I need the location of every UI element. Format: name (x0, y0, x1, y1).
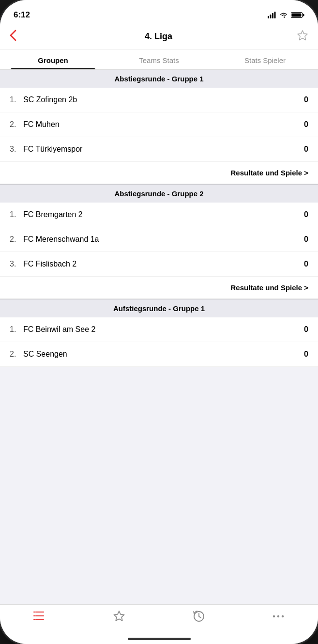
signal-icon (268, 12, 276, 18)
tab-teams-stats[interactable]: Teams Stats (106, 49, 212, 69)
status-time: 6:12 (14, 10, 30, 20)
table-row[interactable]: 2. FC Merenschwand 1a 0 (0, 227, 318, 252)
table-row[interactable]: 1. FC Beinwil am See 2 0 (0, 317, 318, 342)
svg-point-15 (277, 615, 279, 617)
table-row[interactable]: 3. FC Türkiyemspor 0 (0, 137, 318, 162)
bottom-tab-history[interactable] (159, 610, 239, 623)
bottom-tab-more[interactable] (239, 610, 318, 623)
group-abstieg-2: Abstiegsrunde - Gruppe 2 1. FC Bremgarte… (0, 185, 318, 299)
more-icon (272, 610, 285, 623)
svg-rect-1 (270, 15, 272, 18)
table-row[interactable]: 2. FC Muhen 0 (0, 112, 318, 137)
star-button[interactable] (297, 30, 308, 44)
history-icon (192, 610, 206, 623)
table-row[interactable]: 1. FC Bremgarten 2 0 (0, 203, 318, 227)
favorites-icon (112, 610, 126, 623)
tab-stats-spieler[interactable]: Stats Spieler (212, 49, 318, 69)
nav-bar: 4. Liga (0, 24, 318, 49)
back-button[interactable] (10, 28, 20, 46)
svg-rect-6 (292, 14, 302, 17)
svg-rect-5 (303, 14, 304, 16)
group-header-aufstieg-1: Aufstiegsrunde - Gruppe 1 (0, 299, 318, 317)
group-header-abstieg-1: Abstiegsrunde - Gruppe 1 (0, 70, 318, 88)
group-abstieg-1: Abstiegsrunde - Gruppe 1 1. SC Zofingen … (0, 70, 318, 184)
svg-rect-3 (274, 12, 276, 18)
table-row[interactable]: 1. SC Zofingen 2b 0 (0, 88, 318, 112)
bottom-tab-favorites[interactable] (79, 610, 159, 623)
group-header-abstieg-2: Abstiegsrunde - Gruppe 2 (0, 185, 318, 203)
phone-frame: 6:12 (0, 0, 318, 644)
svg-rect-2 (272, 13, 273, 18)
bottom-tab-list[interactable] (0, 610, 79, 622)
svg-rect-0 (268, 16, 269, 18)
page-title: 4. Liga (145, 31, 172, 42)
group-aufstieg-1: Aufstiegsrunde - Gruppe 1 1. FC Beinwil … (0, 299, 318, 367)
tab-bar: Groupen Teams Stats Stats Spieler (0, 49, 318, 70)
content-area: Abstiegsrunde - Gruppe 1 1. SC Zofingen … (0, 70, 318, 601)
table-row[interactable]: 3. FC Fislisbach 2 0 (0, 252, 318, 277)
status-bar: 6:12 (0, 0, 318, 24)
svg-point-16 (282, 615, 284, 617)
list-icon (33, 610, 46, 622)
results-link-1[interactable]: Resultate und Spiele > (0, 162, 318, 184)
wifi-icon (279, 12, 288, 18)
table-row[interactable]: 2. SC Seengen 0 (0, 342, 318, 367)
results-link-2[interactable]: Resultate und Spiele > (0, 277, 318, 299)
status-icons (268, 12, 304, 18)
svg-point-14 (273, 615, 275, 617)
tab-groupen[interactable]: Groupen (0, 49, 106, 69)
battery-icon (291, 12, 304, 18)
home-indicator (128, 638, 191, 640)
